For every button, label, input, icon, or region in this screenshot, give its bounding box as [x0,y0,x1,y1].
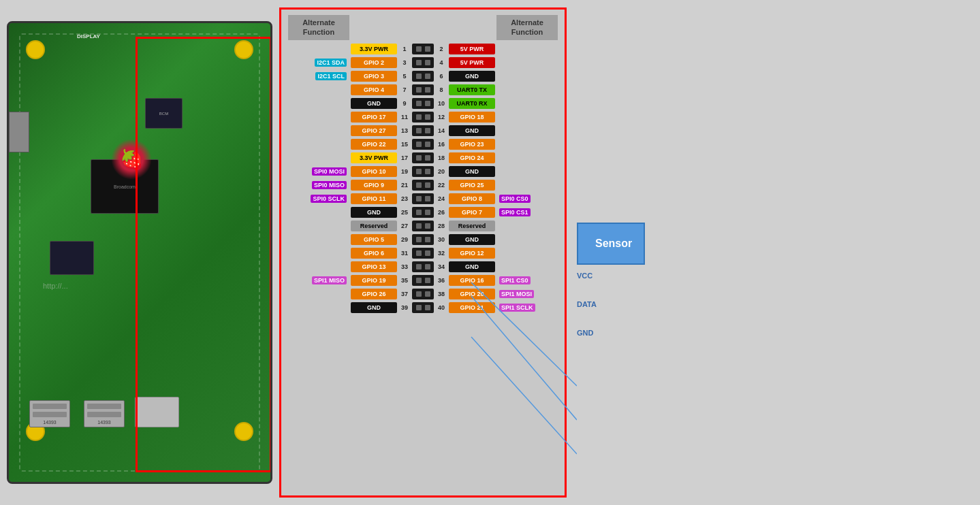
left-pin-number: 9 [398,100,411,107]
sensor-data: DATA [577,300,645,308]
pin-connector [412,234,434,245]
left-pin-label: 3.3V PWR [351,152,397,163]
pin-connector [412,180,434,191]
usb-port-2: 14393 [84,400,125,427]
pin-connector [412,166,434,177]
chip-small2 [50,241,94,275]
pin-connector [412,152,434,163]
pin-connector [412,275,434,286]
right-pin-number: 12 [435,114,447,120]
sensor-box: Sensor [577,223,645,265]
left-pin-number: 23 [398,195,411,202]
gpio-header: Alternate Function Alternate Function [288,15,558,40]
right-pin-number: 34 [435,263,447,270]
pin-connector [412,57,434,68]
gpio-row: GPIO 271314GND [288,125,558,137]
pin-connector [412,112,434,123]
right-pin-number: 18 [435,154,447,161]
left-alt-func: I2C1 SCL [288,73,349,80]
mount-hole-tl [26,40,45,59]
sensor-pin-labels: VCC DATA GND [577,272,645,337]
pin-connector [412,139,434,150]
left-pin-label: GPIO 5 [351,234,397,245]
right-pin-label: 5V PWR [449,57,495,68]
rpi-logo: 🍓 [111,139,152,180]
pin-connector [412,71,434,82]
right-pin-number: 8 [435,86,447,93]
right-pin-number: 10 [435,100,447,107]
right-pin-number: 4 [435,59,447,66]
connection-lines [468,168,577,505]
right-pin-number: 30 [435,236,447,243]
left-pin-label: GPIO 2 [351,57,397,68]
left-alt-func: SPI0 MOSI [288,168,349,175]
left-pin-label: GND [351,302,397,313]
left-pin-number: 15 [398,141,411,148]
left-pin-label: Reserved [351,221,397,231]
hdmi-port [9,112,29,152]
left-pin-number: 19 [398,168,411,175]
gpio-row: GND910UART0 RX [288,97,558,110]
right-pin-number: 32 [435,250,447,257]
gpio-row: 3.3V PWR125V PWR [288,43,558,55]
left-pin-number: 25 [398,209,411,216]
gpio-row: GPIO 221516GPIO 23 [288,138,558,150]
right-pin-label: GPIO 23 [449,139,495,150]
left-pin-number: 11 [398,114,411,120]
left-pin-label: GND [351,98,397,109]
right-pin-number: 20 [435,168,447,175]
gpio-row: I2C1 SCLGPIO 356GND [288,70,558,82]
left-pin-number: 37 [398,291,411,297]
mount-hole-tr [234,40,253,59]
right-pin-label: GND [449,71,495,82]
left-pin-number: 13 [398,127,411,134]
gpio-row: GPIO 478UART0 TX [288,84,558,96]
left-alt-func: SPI1 MISO [288,277,349,284]
pin-connector [412,84,434,95]
usb-port-1: 14393 [29,400,70,427]
left-pin-number: 35 [398,277,411,284]
right-pin-number: 24 [435,195,447,202]
right-pin-number: 36 [435,277,447,284]
sensor-section: Sensor VCC DATA GND [577,168,645,337]
left-pin-number: 21 [398,182,411,189]
left-pin-label: GPIO 13 [351,261,397,272]
pin-connector [412,44,434,54]
left-pin-label: 3.3V PWR [351,44,397,54]
left-alt-func: SPI0 MISO [288,182,349,189]
left-pin-label: GPIO 26 [351,289,397,299]
right-pin-number: 38 [435,291,447,297]
left-pin-number: 5 [398,73,411,80]
svg-line-1 [471,296,577,420]
gpio-row: GPIO 171112GPIO 18 [288,111,558,123]
left-pin-label: GPIO 22 [351,139,397,150]
left-pin-label: GPIO 3 [351,71,397,82]
sensor-vcc: VCC [577,272,645,280]
pin-connector [412,261,434,272]
left-pin-number: 17 [398,154,411,161]
svg-line-2 [471,337,577,454]
gpio-row: I2C1 SDAGPIO 2345V PWR [288,56,558,69]
left-pin-label: GPIO 17 [351,112,397,123]
left-pin-number: 31 [398,250,411,257]
left-pin-label: GPIO 4 [351,84,397,95]
left-alt-func: SPI0 SCLK [288,195,349,202]
sensor-gnd: GND [577,329,645,337]
left-alt-func: I2C1 SDA [288,59,349,66]
right-pin-number: 28 [435,223,447,229]
left-pin-number: 39 [398,304,411,311]
right-pin-label: GPIO 18 [449,112,495,123]
chip-small: BCM [145,98,183,129]
left-pin-label: GPIO 10 [351,166,397,177]
ethernet-port [135,397,179,427]
camera-label: DISPLAY [77,33,100,39]
right-pin-number: 16 [435,141,447,148]
right-pin-number: 26 [435,209,447,216]
left-header: Alternate Function [288,15,349,40]
pin-connector [412,289,434,299]
pin-connector [412,221,434,231]
left-pin-label: GPIO 19 [351,275,397,286]
pin-connector [412,207,434,218]
watermark: http://... [43,282,68,290]
left-pin-label: GPIO 9 [351,180,397,191]
